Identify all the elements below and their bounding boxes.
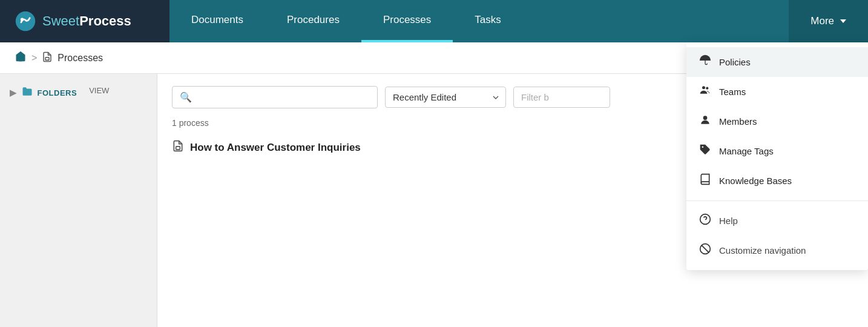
- tag-icon: [699, 144, 712, 159]
- more-dropdown-menu: Policies Teams: [686, 42, 868, 270]
- breadcrumb-separator: >: [31, 53, 37, 64]
- search-icon: 🔍: [180, 91, 192, 103]
- nav-item-more[interactable]: More: [789, 0, 868, 42]
- nav-item-documents[interactable]: Documents: [169, 0, 265, 42]
- chevron-right-icon: ▶: [10, 88, 17, 97]
- sort-select[interactable]: Recently Edited Alphabetical Recently Cr…: [385, 87, 506, 108]
- top-navigation: SweetProcess Documents Procedures Proces…: [0, 0, 868, 42]
- logo-icon: [15, 10, 36, 32]
- nav-items: Documents Procedures Processes Tasks Mor…: [169, 0, 868, 42]
- book-icon: [699, 173, 712, 188]
- dropdown-item-help[interactable]: Help: [686, 206, 868, 236]
- nav-item-tasks[interactable]: Tasks: [453, 0, 522, 42]
- page-icon: [42, 51, 53, 65]
- logo-sweet: Sweet: [42, 13, 79, 28]
- dropdown-item-policies[interactable]: Policies: [686, 47, 868, 77]
- search-input[interactable]: [197, 92, 370, 102]
- teams-label: Teams: [719, 87, 746, 97]
- folders-label: FOLDERS: [38, 88, 77, 97]
- svg-point-1: [21, 18, 24, 21]
- search-box[interactable]: 🔍: [172, 86, 378, 108]
- svg-point-2: [702, 86, 705, 89]
- dropdown-item-manage-tags[interactable]: Manage Tags: [686, 136, 868, 166]
- umbrella-icon: [699, 54, 712, 70]
- logo-process: Process: [79, 13, 131, 28]
- policies-label: Policies: [719, 57, 751, 67]
- process-item-title: How to Answer Customer Inquiries: [190, 142, 361, 154]
- process-item-icon: [172, 140, 184, 155]
- folders-toggle[interactable]: ▶ FOLDERS: [10, 86, 77, 99]
- manage-tags-label: Manage Tags: [719, 146, 774, 156]
- customize-icon: [699, 243, 712, 258]
- nav-item-procedures[interactable]: Procedures: [265, 0, 361, 42]
- person-icon: [699, 114, 712, 129]
- people-icon: [699, 84, 712, 99]
- nav-item-processes[interactable]: Processes: [361, 0, 453, 42]
- svg-line-9: [702, 245, 709, 253]
- svg-point-3: [706, 87, 708, 90]
- members-label: Members: [719, 116, 757, 127]
- folder-icon: [22, 86, 33, 99]
- svg-rect-11: [176, 147, 180, 150]
- dropdown-item-customize-navigation[interactable]: Customize navigation: [686, 236, 868, 265]
- dropdown-item-members[interactable]: Members: [686, 107, 868, 136]
- svg-point-4: [703, 116, 708, 120]
- view-label: VIEW: [89, 86, 109, 95]
- help-label: Help: [719, 216, 738, 226]
- dropdown-section-help: Help Customize navigation: [686, 201, 868, 270]
- chevron-down-icon: [840, 19, 846, 23]
- dropdown-item-teams[interactable]: Teams: [686, 77, 868, 107]
- logo-area[interactable]: SweetProcess: [0, 0, 169, 42]
- svg-point-5: [702, 147, 704, 148]
- filter-placeholder: Filter b: [521, 92, 549, 102]
- svg-point-0: [16, 12, 35, 31]
- knowledge-bases-label: Knowledge Bases: [719, 176, 792, 186]
- logo-text: SweetProcess: [42, 13, 131, 29]
- svg-rect-10: [45, 57, 49, 60]
- sidebar: ▶ FOLDERS VIEW: [0, 74, 157, 327]
- home-icon[interactable]: [15, 50, 27, 65]
- dropdown-item-knowledge-bases[interactable]: Knowledge Bases: [686, 166, 868, 196]
- help-icon: [699, 213, 712, 228]
- dropdown-section-main: Policies Teams: [686, 42, 868, 201]
- customize-navigation-label: Customize navigation: [719, 245, 806, 256]
- breadcrumb-page-label: Processes: [58, 53, 103, 64]
- filter-box[interactable]: Filter b: [513, 87, 610, 108]
